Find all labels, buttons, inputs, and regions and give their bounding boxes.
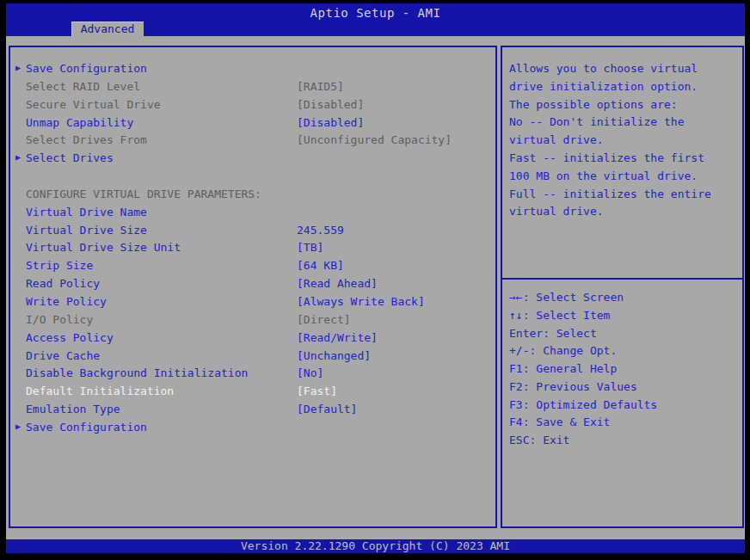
help-line: virtual drive. [509, 205, 739, 223]
menu-item-write-policy[interactable]: Write Policy[Always Write Back] [10, 294, 495, 312]
key-hint: →←: Select Screen [509, 291, 739, 309]
help-line: Allows you to choose virtual [509, 62, 739, 80]
menu-item-label: Select Drives From [26, 133, 147, 146]
menu-item-value: [RAID5] [297, 80, 344, 93]
menu-item-save-configuration[interactable]: ▶Save Configuration [10, 420, 495, 438]
key-hint: F4: Save & Exit [509, 415, 739, 434]
menu-item-configure-virtual-drive-parameters: CONFIGURE VIRTUAL DRIVE PARAMETERS: [10, 187, 495, 205]
menu-item-value: [Disabled] [297, 98, 364, 111]
menu-item-read-policy[interactable]: Read Policy[Read Ahead] [10, 276, 495, 294]
menu-item-select-raid-level: Select RAID Level[RAID5] [10, 79, 495, 97]
menu-item-disable-background-initialization[interactable]: Disable Background Initialization[No] [10, 366, 495, 384]
menu-item-drive-cache[interactable]: Drive Cache[Unchanged] [10, 348, 495, 366]
menu-item-label: Virtual Drive Size [26, 224, 147, 237]
help-panel: Allows you to choose virtualdrive initia… [501, 46, 744, 528]
menu-item-strip-size[interactable]: Strip Size[64 KB] [10, 258, 495, 276]
menu-item-label: Select Drives [26, 151, 114, 164]
menu-item-label: Unmap Capability [26, 116, 133, 129]
help-line: 100 MB on the virtual drive. [509, 169, 739, 188]
settings-menu: ▶Save ConfigurationSelect RAID Level[RAI… [10, 61, 495, 438]
key-hint: F3: Optimized Defaults [509, 398, 739, 416]
help-line: Full -- initializes the entire [509, 188, 739, 206]
menu-item-secure-virtual-drive: Secure Virtual Drive[Disabled] [10, 97, 495, 115]
menu-item-label: Emulation Type [26, 403, 120, 415]
menu-item-value: [Read Ahead] [297, 277, 378, 290]
help-line: virtual drive. [509, 133, 739, 151]
bios-setup-screen: { "header": { "title": "Aptio Setup - AM… [0, 0, 750, 560]
key-legend: →←: Select Screen↑↓: Select ItemEnter: S… [509, 291, 739, 452]
version-bar: Version 2.22.1290 Copyright (C) 2023 AMI [6, 539, 745, 553]
tab-advanced[interactable]: Advanced [71, 22, 144, 36]
menu-item-label: I/O Policy [26, 313, 93, 326]
menu-item-label: Strip Size [26, 259, 93, 272]
page-title: Aptio Setup - AMI [6, 6, 745, 20]
help-text: Allows you to choose virtualdrive initia… [509, 62, 739, 223]
menu-item-label: Write Policy [26, 295, 107, 308]
menu-item-label: Save Configuration [26, 421, 147, 434]
menu-item-value: [Direct] [297, 313, 351, 326]
menu-item-label: Drive Cache [26, 349, 100, 362]
menu-item-label: CONFIGURE VIRTUAL DRIVE PARAMETERS: [26, 188, 261, 200]
help-line: No -- Don't initialize the [509, 115, 739, 133]
menu-item-select-drives-from: Select Drives From[Unconfigured Capacity… [10, 132, 495, 151]
key-hint: Enter: Select [509, 327, 739, 345]
menu-item-label: Secure Virtual Drive [26, 98, 161, 111]
menu-item-value: [Unconfigured Capacity] [297, 133, 452, 146]
menu-item-virtual-drive-size-unit[interactable]: Virtual Drive Size Unit[TB] [10, 240, 495, 258]
menu-item-access-policy[interactable]: Access Policy[Read/Write] [10, 330, 495, 348]
menu-item-value: [Always Write Back] [297, 295, 425, 308]
menu-item-label: Virtual Drive Name [26, 206, 147, 218]
menu-item-save-configuration[interactable]: ▶Save Configuration [10, 61, 495, 79]
menu-spacer [10, 169, 495, 187]
bios-screen: Aptio Setup - AMI Advanced ▶Save Configu… [6, 3, 745, 553]
menu-item-value: [Default] [297, 403, 357, 415]
key-hint: F1: General Help [509, 362, 739, 380]
help-line: Fast -- initializes the first [509, 151, 739, 169]
menu-item-label: Virtual Drive Size Unit [26, 241, 181, 254]
menu-item-emulation-type[interactable]: Emulation Type[Default] [10, 402, 495, 420]
menu-item-value: [64 KB] [297, 259, 344, 272]
menu-item-label: Select RAID Level [26, 80, 140, 93]
submenu-arrow-icon: ▶ [15, 422, 21, 431]
title-bar: Aptio Setup - AMI Advanced [6, 3, 745, 36]
menu-item-value: [TB] [297, 241, 323, 254]
menu-item-value: [Unchanged] [297, 349, 371, 362]
menu-item-unmap-capability[interactable]: Unmap Capability[Disabled] [10, 115, 495, 133]
menu-item-value: [No] [297, 366, 323, 379]
menu-item-virtual-drive-size[interactable]: Virtual Drive Size245.559 [10, 223, 495, 241]
key-hint: F2: Previous Values [509, 380, 739, 398]
menu-item-value: [Fast] [297, 385, 337, 397]
help-line: drive initialization option. [509, 80, 739, 98]
key-hint: ESC: Exit [509, 434, 739, 452]
help-line: The possible options are: [509, 98, 739, 116]
menu-item-value: [Disabled] [297, 116, 364, 129]
menu-item-value: 245.559 [297, 224, 344, 237]
settings-panel: ▶Save ConfigurationSelect RAID Level[RAI… [9, 46, 497, 528]
menu-item-i-o-policy: I/O Policy[Direct] [10, 312, 495, 330]
menu-item-value: [Read/Write] [297, 331, 378, 344]
menu-item-label: Access Policy [26, 331, 114, 344]
submenu-arrow-icon: ▶ [15, 63, 21, 72]
menu-item-label: Save Configuration [26, 62, 147, 75]
submenu-arrow-icon: ▶ [15, 152, 21, 162]
menu-item-label: Default Initialization [26, 385, 174, 397]
menu-item-virtual-drive-name[interactable]: Virtual Drive Name [10, 205, 495, 223]
menu-item-default-initialization[interactable]: Default Initialization[Fast] [10, 384, 495, 402]
menu-item-label: Read Policy [26, 277, 100, 290]
key-hint: +/-: Change Opt. [509, 344, 739, 362]
menu-item-label: Disable Background Initialization [26, 366, 248, 379]
menu-item-select-drives[interactable]: ▶Select Drives [10, 151, 495, 169]
help-panel-divider [502, 278, 742, 280]
key-hint: ↑↓: Select Item [509, 309, 739, 327]
